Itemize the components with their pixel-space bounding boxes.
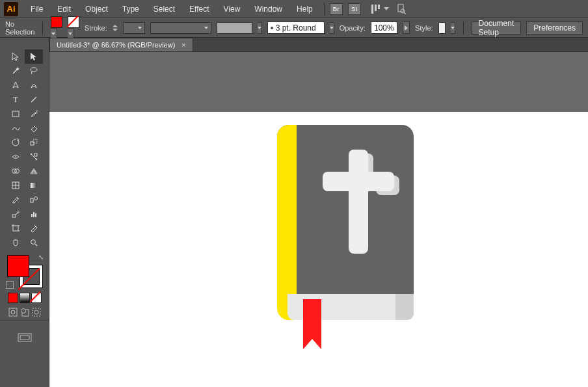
opacity-flyout-icon[interactable] [403, 21, 410, 34]
column-graph-tool[interactable] [25, 207, 43, 221]
menu-separator [324, 3, 325, 16]
svg-point-4 [31, 68, 37, 72]
svg-rect-44 [20, 336, 29, 340]
menu-window[interactable]: Window [248, 2, 288, 16]
options-bar: No Selection Stroke: 3 pt. Round Opacity… [0, 18, 588, 38]
scale-tool[interactable] [25, 135, 43, 150]
svg-rect-27 [33, 212, 34, 217]
menu-object[interactable]: Object [79, 2, 114, 16]
screen-mode-icon[interactable] [18, 333, 32, 345]
fill-stroke-indicator[interactable]: ⤡ [7, 255, 42, 287]
brush-definition-box[interactable] [217, 22, 252, 34]
artwork-bible[interactable] [277, 125, 414, 346]
variable-width-profile[interactable] [150, 22, 211, 34]
rotate-tool[interactable] [7, 135, 25, 150]
svg-line-3 [13, 69, 18, 73]
type-tool[interactable]: T [7, 92, 25, 107]
free-transform-tool[interactable] [25, 150, 43, 164]
preferences-button[interactable]: Preferences [526, 21, 583, 34]
bridge-badge[interactable]: Br [330, 3, 343, 15]
style-dropdown-icon[interactable] [451, 22, 455, 34]
svg-point-42 [34, 310, 38, 314]
swap-fill-stroke-icon[interactable]: ⤡ [38, 254, 44, 261]
workspace-switcher-icon[interactable] [371, 5, 380, 14]
brush-dropdown-icon[interactable] [258, 22, 262, 34]
workspace-chevron-icon[interactable] [384, 7, 389, 10]
artboard [49, 112, 588, 387]
svg-line-11 [31, 154, 36, 159]
document-tab[interactable]: Untitled-3* @ 66.67% (RGB/Preview) × [49, 38, 193, 51]
color-mode-none[interactable] [31, 293, 42, 303]
shaper-tool[interactable] [7, 121, 25, 135]
paintbrush-tool[interactable] [25, 107, 43, 121]
cross-vertical-shape [349, 150, 368, 254]
menu-file[interactable]: File [25, 2, 49, 16]
svg-point-24 [18, 210, 18, 211]
mesh-tool[interactable] [7, 178, 25, 193]
eraser-tool[interactable] [25, 121, 43, 135]
curvature-tool[interactable] [25, 78, 43, 92]
direct-selection-tool[interactable] [25, 49, 43, 64]
magic-wand-tool[interactable] [7, 64, 25, 78]
eyedropper-tool[interactable] [7, 193, 25, 207]
stroke-swatch[interactable] [68, 16, 79, 40]
artboard-tool[interactable] [7, 221, 25, 235]
lasso-tool[interactable] [25, 64, 43, 78]
svg-rect-26 [31, 214, 33, 217]
zoom-tool[interactable] [25, 235, 43, 250]
options-separator-2 [463, 21, 464, 34]
svg-point-22 [34, 197, 37, 200]
color-mode-gradient[interactable] [20, 293, 30, 303]
toolbox-divider [0, 320, 49, 324]
menu-type[interactable]: Type [116, 2, 145, 16]
gradient-tool[interactable] [25, 178, 43, 193]
blend-tool[interactable] [25, 193, 43, 207]
draw-normal-icon[interactable] [8, 307, 18, 317]
stroke-weight-stepper[interactable] [113, 22, 118, 34]
hand-tool[interactable] [7, 235, 25, 250]
profile-dropdown-icon[interactable] [330, 22, 334, 34]
svg-rect-28 [35, 213, 36, 217]
menu-effect[interactable]: Effect [183, 2, 215, 16]
svg-text:T: T [13, 95, 18, 104]
draw-behind-icon[interactable] [20, 307, 30, 317]
search-documents-icon[interactable] [395, 3, 407, 15]
stock-badge[interactable]: St [348, 3, 361, 15]
document-setup-button[interactable]: Document Setup [472, 21, 522, 34]
svg-point-40 [21, 309, 25, 314]
menu-select[interactable]: Select [148, 2, 181, 16]
svg-rect-29 [13, 226, 18, 231]
default-fill-stroke-icon[interactable] [6, 281, 14, 289]
fill-indicator[interactable] [7, 255, 29, 277]
rectangle-tool[interactable] [7, 107, 25, 121]
app-logo: Ai [4, 2, 18, 16]
svg-point-15 [12, 169, 16, 174]
opacity-value: 100% [374, 23, 394, 33]
line-segment-tool[interactable] [25, 92, 43, 107]
symbol-sprayer-tool[interactable] [7, 207, 25, 221]
svg-point-38 [11, 310, 15, 314]
style-swatch[interactable] [438, 22, 446, 34]
close-tab-icon[interactable]: × [181, 41, 185, 49]
selection-tool[interactable] [7, 49, 25, 64]
menu-edit[interactable]: Edit [51, 2, 77, 16]
color-mode-solid[interactable] [8, 293, 18, 303]
opacity-input[interactable]: 100% [371, 21, 397, 34]
stroke-weight-combo[interactable] [123, 22, 145, 34]
slice-tool[interactable] [25, 221, 43, 235]
menu-help[interactable]: Help [291, 2, 319, 16]
svg-line-2 [404, 12, 406, 14]
svg-line-6 [31, 97, 36, 102]
document-tab-title: Untitled-3* @ 66.67% (RGB/Preview) [57, 41, 175, 49]
work-area: T [0, 52, 588, 387]
perspective-grid-tool[interactable] [25, 164, 43, 178]
fill-swatch[interactable] [51, 16, 62, 40]
shape-builder-tool[interactable] [7, 164, 25, 178]
stroke-swatch-none [68, 16, 79, 28]
pen-tool[interactable] [7, 78, 25, 92]
draw-inside-icon[interactable] [31, 307, 42, 317]
canvas[interactable] [49, 52, 588, 387]
width-tool[interactable] [7, 150, 25, 164]
width-profile-combo[interactable]: 3 pt. Round [267, 21, 325, 34]
menu-view[interactable]: View [218, 2, 247, 16]
